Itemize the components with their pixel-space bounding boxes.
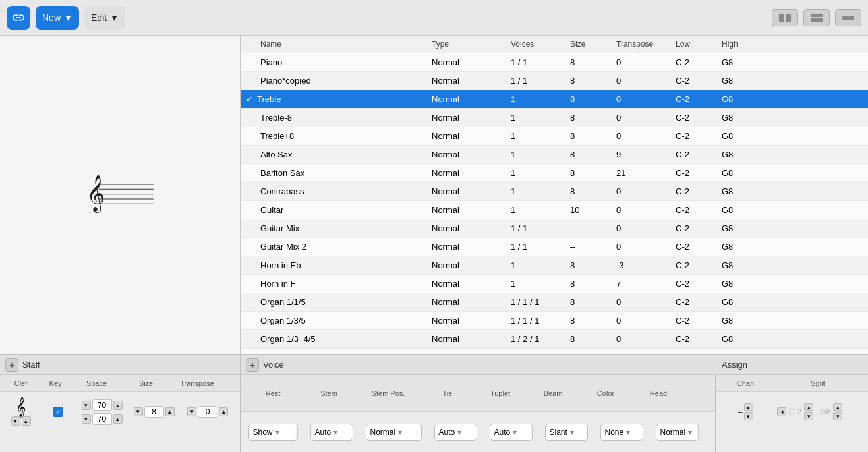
space1-up[interactable]: ▴ xyxy=(113,401,123,410)
split-low-up[interactable]: ▴ xyxy=(804,403,813,411)
table-row[interactable]: Bariton Sax Normal 1 8 21 C-2 G8 xyxy=(241,164,868,183)
table-row[interactable]: Guitar Mix Normal 1 / 1 – 0 C-2 G8 xyxy=(241,219,868,238)
col-header-transpose: Transpose xyxy=(616,40,676,49)
space2-down[interactable]: ▾ xyxy=(82,414,91,424)
lbl-tie: Tie xyxy=(421,389,474,397)
split-low-down[interactable]: ◂ xyxy=(777,407,786,416)
voice-title: Voice xyxy=(263,360,284,370)
table-row[interactable]: Alto Sax Normal 1 8 9 C-2 G8 xyxy=(241,146,868,164)
transpose-up[interactable]: ▴ xyxy=(219,407,228,416)
space2-up[interactable]: ▴ xyxy=(113,414,123,424)
head-dropdown[interactable]: Normal ▾ xyxy=(656,424,699,441)
row-high: G8 xyxy=(722,168,768,178)
new-button[interactable]: New ▾ xyxy=(36,6,79,30)
chan-down[interactable]: ▾ xyxy=(744,412,753,420)
beam-dropdown[interactable]: Slant ▾ xyxy=(545,424,588,441)
bottom-panels: + Staff Clef Key Space Size Transpose 𝄞 … xyxy=(0,354,868,452)
assign-title-bar: Assign xyxy=(716,355,868,375)
row-transpose: 0 xyxy=(616,186,676,196)
stempos-dropdown[interactable]: Normal ▾ xyxy=(366,424,422,441)
beam-chevron-icon: ▾ xyxy=(570,428,583,437)
table-row[interactable]: Organ 1/3/5 Normal 1 / 1 / 1 8 0 C-2 G8 xyxy=(241,312,868,330)
row-name: Piano xyxy=(241,57,432,67)
window-btn-2[interactable] xyxy=(803,9,830,26)
row-low: C-2 xyxy=(676,131,722,141)
table-row[interactable]: Guitar Normal 1 10 0 C-2 G8 xyxy=(241,201,868,219)
row-transpose: 0 xyxy=(616,223,676,233)
split-low-dn[interactable]: ▾ xyxy=(804,412,813,420)
table-row[interactable]: Piano*copied Normal 1 / 1 8 0 C-2 G8 xyxy=(241,72,868,90)
transpose-down[interactable]: ▾ xyxy=(187,407,196,416)
stem-val: Auto xyxy=(315,428,332,437)
size-control: ▾ 8 ▴ xyxy=(129,406,179,418)
window-btn-1[interactable] xyxy=(772,9,798,26)
rest-dropdown[interactable]: Show ▾ xyxy=(248,424,298,441)
tie-dropdown[interactable]: Auto ▾ xyxy=(434,424,477,441)
table-row[interactable]: Organ 1/1/5 Normal 1 / 1 / 1 8 0 C-2 G8 xyxy=(241,293,868,312)
table-row[interactable]: Horn in F Normal 1 8 7 C-2 G8 xyxy=(241,275,868,293)
row-high: G8 xyxy=(722,279,768,289)
link-button[interactable] xyxy=(7,6,30,30)
assign-title: Assign xyxy=(722,360,747,370)
row-high: G8 xyxy=(722,57,768,67)
table-header: Name Type Voices Size Transpose Low High xyxy=(241,36,868,53)
stem-dropdown[interactable]: Auto ▾ xyxy=(310,424,353,441)
table-row[interactable]: Organ 1/3+4/5 Normal 1 / 2 / 1 8 0 C-2 G… xyxy=(241,330,868,349)
tuplet-dropdown[interactable]: Auto ▾ xyxy=(490,424,533,441)
row-low: C-2 xyxy=(676,57,722,67)
table-row[interactable]: Treble-8 Normal 1 8 0 C-2 G8 xyxy=(241,109,868,127)
chan-up[interactable]: ▴ xyxy=(744,403,753,411)
row-voices: 1 xyxy=(511,186,570,196)
head-chevron-icon: ▾ xyxy=(688,428,693,437)
row-type: Normal xyxy=(432,131,511,141)
table-row[interactable]: Treble+8 Normal 1 8 0 C-2 G8 xyxy=(241,127,868,146)
col-header-type: Type xyxy=(432,40,511,49)
clef-control[interactable]: 𝄞 ▾ ▴ xyxy=(3,398,39,426)
staff-title: Staff xyxy=(22,360,40,370)
lbl-color: Color xyxy=(579,389,632,397)
table-row[interactable]: Guitar Mix 2 Normal 1 / 1 – 0 C-2 G8 xyxy=(241,238,868,256)
table-row[interactable]: Contrabass Normal 1 8 0 C-2 G8 xyxy=(241,183,868,201)
row-voices: 1 xyxy=(511,150,570,159)
staff-add-button[interactable]: + xyxy=(5,358,18,372)
stem-chevron-icon: ▾ xyxy=(333,428,348,437)
table-row[interactable]: Horn in Eb Normal 1 8 -3 C-2 G8 xyxy=(241,256,868,275)
size-down[interactable]: ▾ xyxy=(134,407,143,416)
row-name: Treble xyxy=(257,94,281,104)
table-body[interactable]: Piano Normal 1 / 1 8 0 C-2 G8 Piano*copi… xyxy=(241,53,868,354)
row-high: G8 xyxy=(722,131,768,141)
row-name: Organ 1/1/5 xyxy=(241,297,432,307)
beam-val: Slant xyxy=(550,428,567,437)
split-high-dn[interactable]: ▾ xyxy=(833,412,842,420)
row-low: C-2 xyxy=(676,297,722,307)
voice-title-bar: + Voice xyxy=(241,355,716,375)
row-high: G8 xyxy=(722,334,768,344)
row-name: Organ 1/3+4/5 xyxy=(241,334,432,344)
table-row[interactable]: ✓ Treble Normal 1 8 0 C-2 G8 xyxy=(241,90,868,109)
split-high-up[interactable]: ▴ xyxy=(833,403,842,411)
color-dropdown[interactable]: None ▾ xyxy=(600,424,643,441)
row-high: G8 xyxy=(722,242,768,252)
rest-control: Show ▾ xyxy=(243,424,303,441)
size-up[interactable]: ▴ xyxy=(165,407,175,416)
key-checkbox-input[interactable] xyxy=(53,407,63,417)
row-voices: 1 / 1 xyxy=(511,242,570,252)
clef-up-arrow[interactable]: ▴ xyxy=(22,416,31,426)
link-icon xyxy=(11,11,26,25)
row-name: Contrabass xyxy=(241,186,432,196)
voice-add-button[interactable]: + xyxy=(246,358,259,372)
edit-button[interactable]: Edit ▾ xyxy=(84,6,125,30)
row-type: Normal xyxy=(432,94,511,104)
space1-down[interactable]: ▾ xyxy=(82,401,91,410)
clef-down-arrow[interactable]: ▾ xyxy=(11,416,20,426)
window-btn-3[interactable] xyxy=(835,9,861,26)
table-row[interactable]: Piano Normal 1 / 1 8 0 C-2 G8 xyxy=(241,53,868,72)
key-checkbox[interactable] xyxy=(42,407,74,417)
row-type: Normal xyxy=(432,242,511,252)
row-size: 8 xyxy=(570,131,616,141)
row-size: 8 xyxy=(570,150,616,159)
table-row[interactable]: Organ 1+2/3/5 Normal 2 / 1 / 1 8 0 C-2 G… xyxy=(241,349,868,354)
col-header-voices: Voices xyxy=(511,40,570,49)
row-high: G8 xyxy=(722,186,768,196)
col-header-high: High xyxy=(722,40,768,49)
